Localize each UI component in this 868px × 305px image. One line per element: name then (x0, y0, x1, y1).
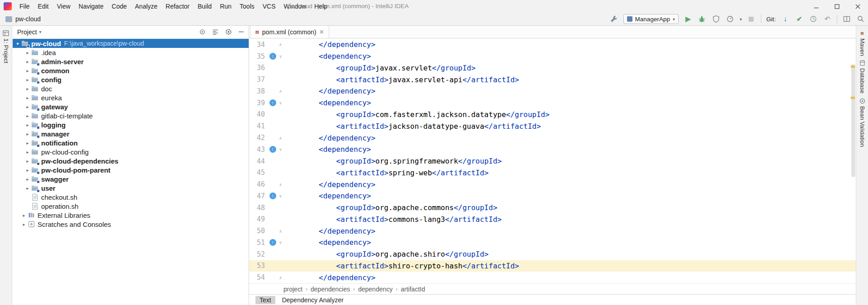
tree-item-user[interactable]: ▸user (13, 183, 249, 192)
locate-file-icon[interactable] (199, 28, 206, 35)
expand-arrow-icon[interactable]: ▸ (24, 141, 31, 145)
git-rollback-button[interactable]: ↶ (823, 14, 832, 23)
tree-item-gitlab-ci-template[interactable]: ▸gitlab-ci-template (13, 111, 249, 120)
code-line-53[interactable]: 53 <artifactId>shiro-crypto-hash</artifa… (249, 260, 856, 272)
collapse-all-icon[interactable] (212, 28, 219, 35)
fold-marker-icon[interactable]: ∧ (277, 275, 284, 280)
expand-arrow-icon[interactable]: ▸ (24, 50, 31, 55)
maven-dependency-gutter-icon[interactable]: ↑ (268, 99, 277, 106)
menu-item-run[interactable]: Run (216, 0, 236, 13)
minimize-button[interactable] (806, 0, 826, 13)
debug-button[interactable] (698, 14, 707, 23)
git-commit-button[interactable]: ✔ (795, 14, 804, 23)
expand-arrow-icon[interactable]: ▸ (24, 159, 31, 164)
menu-item-edit[interactable]: Edit (34, 0, 53, 13)
tree-item-logging[interactable]: ▸logging (13, 120, 249, 129)
expand-arrow-icon[interactable]: ▸ (21, 222, 27, 227)
tree-item-operation-sh[interactable]: operation.sh (13, 202, 249, 211)
tree-item-common[interactable]: ▸common (13, 66, 249, 75)
expand-arrow-icon[interactable]: ▸ (24, 122, 31, 127)
hide-panel-icon[interactable] (238, 29, 244, 35)
fold-marker-icon[interactable]: ∧ (277, 182, 284, 187)
tree-item-admin-server[interactable]: ▸admin-server (13, 57, 249, 66)
tree-item-checkout-sh[interactable]: checkout.sh (13, 192, 249, 202)
project-tool-button[interactable]: 1: Project (0, 30, 12, 63)
tree-item-eureka[interactable]: ▸eureka (13, 93, 249, 102)
tree-item-notification[interactable]: ▸notification (13, 138, 249, 147)
menu-item-view[interactable]: View (53, 0, 75, 13)
code-line-47[interactable]: 47↑∨ <dependency> (249, 190, 856, 202)
git-update-button[interactable]: ↓ (781, 14, 790, 23)
fold-marker-icon[interactable]: ∨ (277, 193, 284, 198)
code-line-43[interactable]: 43↑∨ <dependency> (249, 144, 856, 155)
tree-item-gateway[interactable]: ▸gateway (13, 102, 249, 111)
breadcrumb-item-project[interactable]: project (283, 286, 302, 293)
maximize-button[interactable] (826, 0, 847, 13)
close-tab-icon[interactable] (320, 30, 324, 34)
code-line-46[interactable]: 46∧ </dependency> (249, 178, 856, 190)
maven-dependency-gutter-icon[interactable]: ↑ (268, 192, 277, 199)
project-view-chevron-down-icon[interactable]: ▾ (39, 29, 42, 34)
expand-arrow-icon[interactable]: ▸ (24, 168, 31, 173)
code-line-48[interactable]: 48 <groupId>org.apache.commons</groupId> (249, 202, 856, 214)
code-line-54[interactable]: 54∧ </dependency> (249, 272, 856, 283)
profiler-button[interactable] (726, 14, 735, 23)
tree-item-manager[interactable]: ▸manager (13, 129, 249, 138)
code-line-37[interactable]: 37 <artifactId>javax.servlet-api</artifa… (249, 74, 856, 85)
expand-arrow-icon[interactable]: ▸ (24, 150, 31, 155)
code-line-34[interactable]: 34∧ </dependency> (249, 39, 856, 51)
expand-arrow-icon[interactable]: ▸ (21, 213, 27, 218)
close-button[interactable] (847, 0, 868, 13)
fold-marker-icon[interactable]: ∨ (277, 100, 284, 105)
fold-marker-icon[interactable]: ∨ (277, 147, 284, 152)
fold-marker-icon[interactable]: ∧ (277, 89, 284, 94)
expand-arrow-icon[interactable]: ▸ (24, 131, 31, 136)
menu-item-code[interactable]: Code (108, 0, 131, 13)
nav-bar-project[interactable]: pw-cloud (15, 15, 41, 23)
tree-item-external-libraries[interactable]: ▸External Libraries (13, 211, 249, 220)
breadcrumb-item-dependency[interactable]: dependency (358, 286, 392, 293)
tree-item-swagger[interactable]: ▸swagger (13, 174, 249, 183)
run-button[interactable]: ▶ (684, 14, 693, 23)
fold-marker-icon[interactable]: ∧ (277, 136, 284, 141)
menu-item-analyze[interactable]: Analyze (131, 0, 162, 13)
maven-dependency-gutter-icon[interactable]: ↑ (268, 146, 277, 153)
run-configuration-select[interactable]: ManagerApp ▾ (623, 14, 679, 24)
code-line-38[interactable]: 38∧ </dependency> (249, 85, 856, 97)
fold-marker-icon[interactable]: ∧ (277, 229, 284, 234)
code-line-40[interactable]: 40 <groupId>com.fasterxml.jackson.dataty… (249, 109, 856, 121)
code-line-45[interactable]: 45 <artifactId>spring-web</artifactId> (249, 167, 856, 178)
expand-arrow-icon[interactable]: ▾ (14, 41, 21, 46)
coverage-button[interactable] (712, 14, 721, 23)
profiler-chevron-down-icon[interactable]: ▾ (740, 17, 742, 22)
code-line-41[interactable]: 41 <artifactId>jackson-datatype-guava</a… (249, 120, 856, 132)
breadcrumb-item-dependencies[interactable]: dependencies (311, 286, 350, 293)
code-area[interactable]: 34∧ </dependency>35↑∨ <dependency>36 <gr… (249, 39, 856, 283)
fold-marker-icon[interactable]: ∨ (277, 240, 284, 245)
tree-item-pw-cloud[interactable]: ▾pw-cloudF:\java_workspace\pw-cloud (13, 39, 249, 48)
code-line-49[interactable]: 49 <artifactId>commons-lang3</artifactId… (249, 213, 856, 225)
search-everywhere-button[interactable] (856, 14, 865, 23)
menu-item-vcs[interactable]: VCS (259, 0, 280, 13)
code-line-42[interactable]: 42∧ </dependency> (249, 132, 856, 144)
tab-pom-xml[interactable]: m pom.xml (common) (250, 26, 329, 38)
menu-item-refactor[interactable]: Refactor (161, 0, 193, 13)
code-line-39[interactable]: 39↑∨ <dependency> (249, 97, 856, 109)
tree-item-pw-cloud-config[interactable]: ▸pw-cloud-config (13, 147, 249, 156)
tree-item-idea[interactable]: ▸.idea (13, 48, 249, 57)
editor-layout-button[interactable] (842, 14, 851, 23)
editor-scrollbar[interactable] (851, 64, 855, 177)
code-line-51[interactable]: 51↑∨ <dependency> (249, 237, 856, 249)
menu-item-tools[interactable]: Tools (236, 0, 259, 13)
bottom-tab-dependency-analyzer[interactable]: Dependency Analyzer (278, 296, 348, 304)
tree-item-pw-cloud-dependencies[interactable]: ▸pw-cloud-dependencies (13, 156, 249, 165)
wrench-icon[interactable] (609, 14, 618, 23)
tool-button-bean-validation[interactable]: Bean Validation (856, 98, 868, 147)
tool-button-database[interactable]: Database (856, 60, 868, 94)
maven-dependency-gutter-icon[interactable]: ↑ (268, 53, 277, 60)
menu-item-navigate[interactable]: Navigate (75, 0, 108, 13)
expand-arrow-icon[interactable]: ▸ (24, 113, 31, 118)
expand-arrow-icon[interactable]: ▸ (24, 77, 31, 82)
tool-button-maven[interactable]: mMaven (856, 30, 868, 56)
fold-marker-icon[interactable]: ∨ (277, 54, 284, 59)
